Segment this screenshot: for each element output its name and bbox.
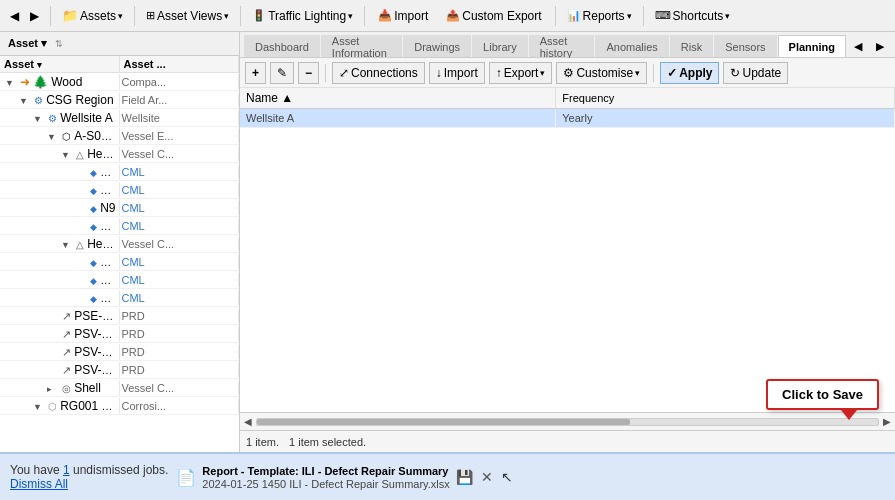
sep6 — [643, 6, 644, 26]
psv-icon: ↗ — [62, 346, 71, 358]
edit-button[interactable]: ✎ — [270, 62, 294, 84]
export-action-icon: ↑ — [496, 66, 502, 80]
import-action-button[interactable]: ↓ Import — [429, 62, 485, 84]
planning-table: Name ▲ Frequency Wellsite A Yearly — [240, 88, 895, 128]
update-button[interactable]: ↻ Update — [723, 62, 788, 84]
nav-arrows: ◀ ▶ — [5, 6, 44, 26]
tree-row[interactable]: ▼ ⚙ Wellsite A Wellsite — [0, 109, 239, 127]
export-icon: 📤 — [446, 9, 460, 22]
asset-views-chevron: ▾ — [224, 11, 229, 21]
tree-col-asset2[interactable]: Asset ... — [120, 56, 240, 72]
shell-icon: ◎ — [62, 383, 71, 394]
cml-icon: ◆ — [90, 258, 97, 268]
col-frequency-header[interactable]: Frequency — [556, 88, 895, 109]
cml-icon: ◆ — [90, 168, 97, 178]
cursor-indicator: ↖ — [501, 469, 513, 485]
connections-button[interactable]: ⤢ Connections — [332, 62, 425, 84]
n-icon: ◆ — [90, 294, 97, 304]
customise-button[interactable]: ⚙ Customise ▾ — [556, 62, 647, 84]
tree-row[interactable]: ▸ ◆ CML... CML — [0, 253, 239, 271]
add-button[interactable]: + — [245, 62, 266, 84]
sep — [325, 64, 326, 82]
tree-row[interactable]: ▸ ◆ N18 CML — [0, 217, 239, 235]
tab-sensors[interactable]: Sensors — [714, 35, 776, 57]
assets-label: Assets — [80, 9, 116, 23]
report-info: Report - Template: ILI - Defect Repair S… — [202, 465, 449, 490]
report-close-icon[interactable]: ✕ — [481, 469, 493, 485]
tab-anomalies[interactable]: Anomalies — [595, 35, 668, 57]
tree-row[interactable]: ▸ ↗ PSE-0... PRD — [0, 307, 239, 325]
remove-button[interactable]: − — [298, 62, 319, 84]
expand-icon: ▸ — [75, 294, 87, 304]
tree-row[interactable]: ▸ ◆ N9 CML — [0, 199, 239, 217]
shortcuts-icon: ⌨ — [655, 9, 671, 22]
update-icon: ↻ — [730, 66, 740, 80]
left-panel-asset-tab[interactable]: Asset ▾ — [4, 36, 51, 51]
tab-more-button2[interactable]: ▶ — [869, 36, 891, 57]
asset-views-dropdown[interactable]: ⊞ Asset Views ▾ — [141, 4, 234, 28]
export-action-button[interactable]: ↑ Export ▾ — [489, 62, 553, 84]
tab-library[interactable]: Library — [472, 35, 528, 57]
tree-row[interactable]: ▸ ◆ CML... CML — [0, 163, 239, 181]
tab-asset-information[interactable]: Asset Information — [321, 35, 402, 57]
scroll-right-button[interactable]: ▶ — [883, 416, 891, 427]
tree-cell-name: ▼ ⬡ A-S00001 — [0, 128, 120, 144]
sep3 — [240, 6, 241, 26]
traffic-lighting-dropdown[interactable]: 🚦 Traffic Lighting ▾ — [247, 4, 358, 28]
report-save-icon[interactable]: 💾 — [456, 469, 473, 485]
tab-risk[interactable]: Risk — [670, 35, 713, 57]
apply-icon: ✓ — [667, 66, 677, 80]
jobs-link[interactable]: 1 — [63, 463, 70, 477]
expand-icon: ▸ — [75, 204, 87, 214]
traffic-chevron: ▾ — [348, 11, 353, 21]
tree-cell-name: ▸ ↗ PSV-0... — [0, 326, 120, 342]
expand-icon: ▸ — [75, 168, 87, 178]
tab-asset-history[interactable]: Asset history — [529, 35, 595, 57]
sep5 — [555, 6, 556, 26]
scrollbar-track[interactable] — [256, 418, 879, 426]
tree-row[interactable]: ▸ ↗ PSV-0... PRD — [0, 343, 239, 361]
reports-dropdown[interactable]: 📊 Reports ▾ — [562, 4, 637, 28]
tree-row[interactable]: ▼ ⬡ A-S00001 Vessel E... — [0, 127, 239, 145]
tree-row[interactable]: ▸ ↗ PSV-0... PRD — [0, 325, 239, 343]
connections-icon: ⤢ — [339, 66, 349, 80]
cml-icon: ◆ — [90, 186, 97, 196]
table-cell-name: Wellsite A — [240, 109, 556, 128]
reports-icon: 📊 — [567, 9, 581, 22]
tree-row[interactable]: ▼ △ Head 2 Vessel C... — [0, 235, 239, 253]
tree-row[interactable]: ▼ ➜ 🌲 Wood Compa... — [0, 73, 239, 91]
tree-row[interactable]: ▸ ◆ N16 CML — [0, 289, 239, 307]
tab-planning[interactable]: Planning — [778, 35, 846, 57]
scroll-left-button[interactable]: ◀ — [244, 416, 252, 427]
table-footer: Click to Save ◀ ▶ 1 item. 1 item selecte… — [240, 412, 895, 452]
tree-row[interactable]: ▼ △ Head ... Vessel C... — [0, 145, 239, 163]
tree-row[interactable]: ▼ ⬡ RG001 (G... Corrosi... — [0, 397, 239, 415]
tree-col-asset[interactable]: Asset ▾ — [0, 56, 120, 72]
tree-row[interactable]: ▸ ◎ Shell Vessel C... — [0, 379, 239, 397]
expand-icon: ▼ — [33, 402, 45, 412]
tree-cell-name: ▼ ⚙ CSG Region — [0, 92, 120, 108]
dismiss-all-button[interactable]: Dismiss All — [10, 477, 68, 491]
col-name-header[interactable]: Name ▲ — [240, 88, 556, 109]
tree-cell-name: ▸ ◆ CML... — [0, 254, 120, 270]
pse-icon: ↗ — [62, 310, 71, 322]
table-row[interactable]: Wellsite A Yearly — [240, 109, 895, 128]
assets-dropdown[interactable]: 📁 Assets ▾ — [57, 4, 128, 28]
tree-row[interactable]: ▸ ↗ PSV-0... PRD — [0, 361, 239, 379]
tree-cell-name: ▼ ⬡ RG001 (G... — [0, 398, 120, 414]
custom-export-button[interactable]: 📤 Custom Export — [439, 4, 548, 28]
tab-dashboard[interactable]: Dashboard — [244, 35, 320, 57]
expand-icon: ▼ — [5, 78, 17, 88]
nav-forward-button[interactable]: ▶ — [25, 6, 44, 26]
expand-icon: ▼ — [61, 240, 73, 250]
tab-more-button[interactable]: ◀ — [847, 36, 869, 57]
tab-drawings[interactable]: Drawings — [403, 35, 471, 57]
import-button[interactable]: 📥 Import — [371, 4, 435, 28]
tree-row[interactable]: ▸ ◆ CML... CML — [0, 271, 239, 289]
shortcuts-dropdown[interactable]: ⌨ Shortcuts ▾ — [650, 4, 736, 28]
click-to-save-box[interactable]: Click to Save — [766, 379, 879, 410]
tree-row[interactable]: ▼ ⚙ CSG Region Field Ar... — [0, 91, 239, 109]
tree-row[interactable]: ▸ ◆ CML... CML — [0, 181, 239, 199]
apply-button[interactable]: ✓ Apply — [660, 62, 719, 84]
nav-back-button[interactable]: ◀ — [5, 6, 24, 26]
